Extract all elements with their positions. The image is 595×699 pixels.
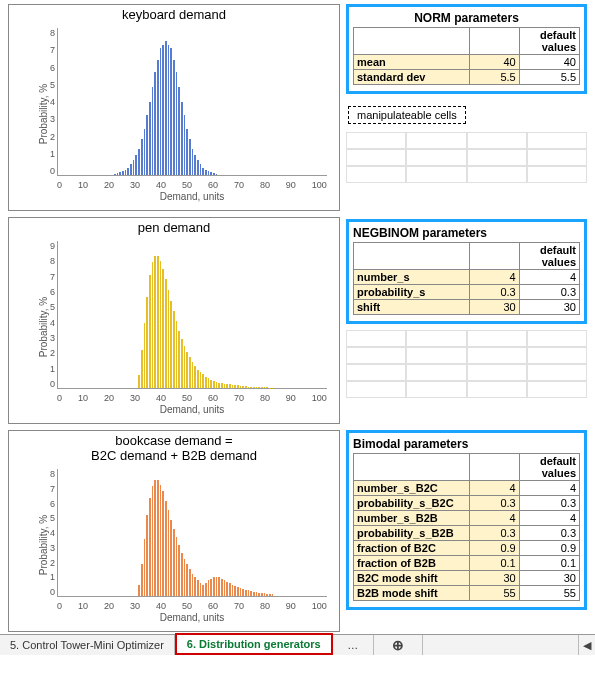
bar bbox=[165, 279, 167, 388]
x-axis-label: Demand, units bbox=[57, 612, 327, 623]
bar bbox=[224, 384, 226, 388]
bar bbox=[138, 585, 140, 596]
bar bbox=[135, 155, 137, 175]
param-row: fraction of B2B0.10.1 bbox=[354, 556, 580, 571]
param-value-cell[interactable]: 0.3 bbox=[469, 526, 519, 541]
bar bbox=[189, 569, 191, 596]
param-value-cell[interactable]: 4 bbox=[469, 511, 519, 526]
norm-parameters-table: default values mean4040standard dev5.55.… bbox=[353, 27, 580, 85]
bar bbox=[245, 386, 247, 388]
bar bbox=[216, 577, 218, 596]
bar bbox=[184, 346, 186, 388]
chart-title: bookcase demand = B2C demand + B2B deman… bbox=[9, 431, 339, 463]
tick-label: 50 bbox=[182, 180, 192, 190]
empty-cells[interactable] bbox=[346, 330, 587, 398]
x-axis-label: Demand, units bbox=[57, 191, 327, 202]
bar bbox=[213, 381, 215, 388]
param-value-cell[interactable]: 0.3 bbox=[469, 285, 519, 300]
tick-label: 20 bbox=[104, 393, 114, 403]
bar bbox=[165, 41, 167, 175]
bar bbox=[208, 171, 210, 175]
bar bbox=[154, 256, 156, 388]
bar bbox=[221, 579, 223, 596]
defaults-header: default values bbox=[519, 243, 579, 270]
bar bbox=[173, 529, 175, 596]
param-value-cell[interactable]: 0.9 bbox=[469, 541, 519, 556]
bar bbox=[232, 385, 234, 388]
bars bbox=[58, 241, 327, 388]
bar bbox=[178, 545, 180, 596]
tick-label: 7 bbox=[39, 272, 55, 282]
bar bbox=[144, 129, 146, 175]
row-negbinom: pen demand 0123456789 Probability, % 010… bbox=[8, 217, 587, 424]
param-value-cell[interactable]: 55 bbox=[469, 586, 519, 601]
tab-control-tower[interactable]: 5. Control Tower-Mini Optimizer bbox=[0, 635, 175, 655]
tab-overflow[interactable]: … bbox=[333, 635, 374, 655]
bar bbox=[173, 311, 175, 388]
bar bbox=[269, 594, 271, 596]
bar bbox=[125, 170, 127, 176]
bar bbox=[256, 592, 258, 596]
bar bbox=[144, 323, 146, 388]
bar bbox=[192, 574, 194, 596]
tick-label: 60 bbox=[208, 393, 218, 403]
param-row: mean4040 bbox=[354, 55, 580, 70]
bar bbox=[240, 386, 242, 388]
bar bbox=[200, 372, 202, 388]
bar bbox=[127, 168, 129, 175]
bar bbox=[229, 583, 231, 596]
tick-label: 80 bbox=[260, 180, 270, 190]
param-default: 55 bbox=[519, 586, 579, 601]
param-name: fraction of B2B bbox=[354, 556, 470, 571]
param-value-cell[interactable]: 0.3 bbox=[469, 496, 519, 511]
param-row: number_s_B2C44 bbox=[354, 481, 580, 496]
chart-area: 0123456789 Probability, % 01020304050607… bbox=[39, 237, 333, 417]
tick-label: 50 bbox=[182, 601, 192, 611]
tick-label: 9 bbox=[39, 241, 55, 251]
tab-distribution-generators[interactable]: 6. Distribution generators bbox=[175, 633, 333, 655]
negbinom-parameters-table: default values number_s44probability_s0.… bbox=[353, 242, 580, 315]
bar bbox=[178, 87, 180, 175]
param-value-cell[interactable]: 4 bbox=[469, 270, 519, 285]
param-value-cell[interactable]: 0.1 bbox=[469, 556, 519, 571]
bar bbox=[154, 72, 156, 175]
bar bbox=[202, 585, 204, 596]
plot bbox=[57, 241, 327, 389]
scroll-left-button[interactable]: ◀ bbox=[578, 635, 595, 655]
param-value-cell[interactable]: 30 bbox=[469, 300, 519, 315]
param-value-cell[interactable]: 5.5 bbox=[469, 70, 519, 85]
chart-title: pen demand bbox=[9, 218, 339, 235]
bar bbox=[210, 172, 212, 175]
param-box-title: Bimodal parameters bbox=[353, 437, 580, 453]
param-value-cell[interactable]: 30 bbox=[469, 571, 519, 586]
bar bbox=[186, 352, 188, 388]
bar bbox=[248, 387, 250, 388]
bar bbox=[189, 357, 191, 388]
bar bbox=[160, 48, 162, 175]
x-ticks: 0102030405060708090100 bbox=[57, 393, 327, 403]
bar bbox=[197, 580, 199, 596]
param-value-cell[interactable]: 40 bbox=[469, 55, 519, 70]
bar bbox=[237, 385, 239, 388]
bars bbox=[58, 28, 327, 175]
negbinom-parameters-box: NEGBINOM parameters default values numbe… bbox=[346, 219, 587, 324]
bar bbox=[258, 593, 260, 596]
tick-label: 50 bbox=[182, 393, 192, 403]
bar bbox=[149, 102, 151, 176]
bar bbox=[264, 593, 266, 596]
param-row: probability_s_B2C0.30.3 bbox=[354, 496, 580, 511]
y-axis-label: Probability, % bbox=[38, 515, 49, 575]
param-value-cell[interactable]: 4 bbox=[469, 481, 519, 496]
tick-label: 0 bbox=[57, 601, 62, 611]
tick-label: 0 bbox=[57, 180, 62, 190]
empty-cells[interactable] bbox=[346, 132, 587, 183]
tick-label: 6 bbox=[39, 287, 55, 297]
bar bbox=[197, 370, 199, 388]
tick-label: 8 bbox=[39, 256, 55, 266]
param-name: number_s_B2B bbox=[354, 511, 470, 526]
new-sheet-button[interactable]: ⊕ bbox=[374, 635, 423, 655]
bar bbox=[232, 585, 234, 596]
bar bbox=[186, 129, 188, 175]
bar bbox=[256, 387, 258, 388]
param-row: probability_s0.30.3 bbox=[354, 285, 580, 300]
